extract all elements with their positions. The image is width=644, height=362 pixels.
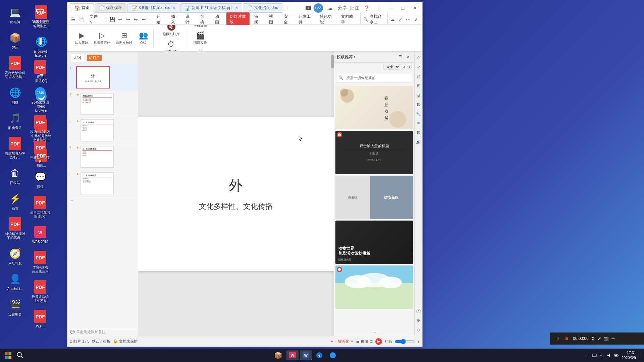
template-item-5[interactable] <box>335 265 413 309</box>
ribbon-btn-current[interactable]: ▷ 从当前开始 <box>92 30 112 47</box>
ribbon-btn-screen[interactable]: 📺 屏幕录制 <box>192 47 209 52</box>
taskbar-app-haoya[interactable]: 📦 <box>271 350 285 361</box>
desktop-icon-topic[interactable]: PDF 议题式教学生生不息 <box>29 278 52 305</box>
ri-sound-icon[interactable]: 🔊 <box>415 139 422 145</box>
close-button[interactable]: ✕ <box>410 3 420 13</box>
share-button[interactable]: 分享 <box>338 3 347 13</box>
template-item-4[interactable]: 动物世界普及活动策划模板 副标题内容 <box>335 221 413 264</box>
collapse-icon[interactable]: ∧ <box>413 15 420 23</box>
desktop-icon-recycle[interactable]: 🗑 回收站 <box>3 164 27 187</box>
menu-slideshow[interactable]: 幻灯片放映 <box>226 12 250 26</box>
desktop-icon-activity[interactable]: PDF 构建活动型学科 <box>29 139 52 166</box>
outline-tab-slides[interactable]: 幻灯片 <box>87 55 102 61</box>
rec-camera-icon[interactable]: 📷 <box>604 336 609 341</box>
tab-add-button[interactable]: + <box>283 4 291 12</box>
menu-view[interactable]: 视图 <box>266 12 279 26</box>
menu-devtools[interactable]: 开发工具 <box>295 12 315 26</box>
slide-thumbnail-1[interactable]: 1 外 文化多样性、文化传播 <box>67 64 138 91</box>
help-button[interactable]: ❓ <box>362 3 371 13</box>
taskbar-app-word[interactable]: W <box>300 350 312 360</box>
user-avatar[interactable]: Leo <box>314 3 323 13</box>
cloud-icon[interactable]: ☁ <box>389 15 396 23</box>
menu-start[interactable]: 开始 <box>153 12 166 26</box>
ri-history-icon[interactable]: 🕐 <box>415 308 422 314</box>
slide-thumbnail-3[interactable]: 3 ★ 一、文化多样性 • 要点一• 要点二• 要点三• 要点四 <box>67 117 138 144</box>
template-search-input[interactable] <box>343 74 410 81</box>
desktop-icon-wp[interactable]: PDF W.P... <box>29 308 52 330</box>
ri-tool-icon[interactable]: 🔧 <box>415 111 422 117</box>
ri-list-icon[interactable]: ≡ <box>415 120 422 127</box>
notes-area[interactable]: 💬 单击此处添加备注 <box>67 328 138 336</box>
desktop-icon-xlplay[interactable]: 🎬 迅雷影音 <box>3 296 27 318</box>
desktop-icon-exam2[interactable]: PDF 高考二轮复习四维.pdf <box>29 194 52 221</box>
size-select[interactable]: 大小 <box>383 64 400 70</box>
menu-design[interactable]: 设计 <box>182 12 196 26</box>
ribbon-btn-record[interactable]: 🎬 演讲实录 <box>192 30 209 47</box>
menu-insert[interactable]: 插入 <box>168 12 181 26</box>
undo-icon[interactable]: ↩ <box>117 15 123 23</box>
tab-template[interactable]: 📄 模板模板 <box>95 3 126 13</box>
desktop-icon-nav[interactable]: 🧭 网址导航 <box>3 245 27 267</box>
rec-fullscreen-icon[interactable]: ⤢ <box>598 336 601 341</box>
desktop-icon-2345safe[interactable]: 🛡 2345安全卫士 <box>29 3 52 30</box>
ri-chart-icon[interactable]: 📊 <box>415 92 422 99</box>
sync-button[interactable]: ☁ <box>326 3 335 13</box>
desktop-icon-wechat[interactable]: 💬 微信 <box>29 168 52 191</box>
ellipsis-icon[interactable]: ⋯ <box>405 15 412 23</box>
taskbar-show-desktop[interactable] <box>639 350 641 361</box>
view-present-icon[interactable]: ⊡ <box>370 339 373 344</box>
tab-outline[interactable]: 📄 文化提纲.doc <box>243 3 282 13</box>
rp-list-icon[interactable]: ☰ <box>397 54 404 60</box>
beautify-btn[interactable]: ✦ 一键美化 ∨ <box>330 339 353 344</box>
taskbar-start-button[interactable] <box>3 350 13 361</box>
ri-star-icon[interactable]: ☆ <box>415 54 422 61</box>
desktop-icon-2345speed[interactable]: 2345 2345加速浏览器 <box>29 84 52 111</box>
menu-file[interactable]: 文件 ∨ <box>86 12 103 26</box>
slide-thumbnail-2[interactable]: 2 ★ 把握试题要求 • 提升复习要素• 试题考查内容• 复习策略方法 <box>67 91 138 117</box>
menu-feature[interactable]: 特色功能 <box>316 12 336 26</box>
ribbon-btn-remote[interactable]: 📱 手机遥控 <box>192 25 209 29</box>
save-icon[interactable]: 💾 <box>109 15 115 23</box>
add-slide-button[interactable]: ＋ <box>67 197 138 204</box>
view-grid-icon[interactable]: ⊞ <box>361 339 364 344</box>
taskbar-app-2345[interactable] <box>327 351 339 360</box>
maximize-button[interactable]: □ <box>398 3 408 13</box>
template-item-1[interactable]: ! 春 意 盎 然 <box>335 86 413 129</box>
zoom-slider[interactable] <box>395 339 415 344</box>
rec-settings-icon[interactable]: ⚙ <box>591 336 595 341</box>
answer-tab-close[interactable]: ✕ <box>172 6 175 10</box>
taskbar-app-wps[interactable]: W <box>286 350 299 360</box>
menu-docassist[interactable]: 文档助手 <box>338 12 358 26</box>
desktop-icon-haoya[interactable]: 📦 好压 <box>3 29 27 52</box>
view-list-icon[interactable]: ☰ <box>356 339 360 344</box>
ribbon-btn-meeting[interactable]: 👥 会议 <box>136 30 151 47</box>
more-templates-button[interactable]: ⋯ <box>334 328 414 336</box>
menu-toggle-icon[interactable]: ☰ <box>70 15 77 23</box>
rec-stop-btn[interactable]: ⏹ <box>564 335 570 342</box>
play-button-status[interactable]: ▶ <box>375 338 382 345</box>
menu-search[interactable]: 🔍 查找命令... <box>360 13 387 26</box>
expand-icon[interactable]: ⤢ <box>397 15 404 23</box>
more-button[interactable]: ⋯ <box>374 3 383 13</box>
menu-switch[interactable]: 切换 <box>197 12 210 26</box>
ribbon-btn-custom[interactable]: ⊞ 自定义放映 <box>114 30 135 47</box>
menu-review[interactable]: 审阅 <box>251 12 264 26</box>
desktop-icon-app[interactable]: PDF 思政教育APP2019... <box>3 135 27 162</box>
ri-grid-icon[interactable]: ⊞ <box>415 82 422 89</box>
desktop-icon-admin[interactable]: 👤 Administ... <box>3 270 27 293</box>
tab-home[interactable]: 🏠 首页 <box>70 3 94 13</box>
menu-animate[interactable]: 动画 <box>212 12 225 26</box>
zoom-in-icon[interactable]: + <box>418 340 420 344</box>
desktop-icon-music[interactable]: 🎵 酷狗音乐 <box>3 109 27 132</box>
desktop-icon-politics-doc[interactable]: PDF 高考政治学科语言表达能... <box>3 54 27 81</box>
desktop-icon-thunder[interactable]: ⚡ 迅雷 <box>3 190 27 213</box>
ppt-tab-close[interactable]: ✕ <box>235 6 238 10</box>
ri-location-icon[interactable]: ◎ <box>415 73 422 80</box>
slide-thumbnail-4[interactable]: 4 ★ 二、文化传导多元 • 内容一• 内容二• 内容三 <box>67 144 138 170</box>
taskbar-clock[interactable]: 17:31 2020/3/9 <box>622 350 636 361</box>
ri-diamond-icon[interactable]: ◇ <box>415 326 422 333</box>
desktop-icon-politics2[interactable]: PDF 政治一轮复习 <box>29 113 52 136</box>
taskbar-search-button[interactable] <box>15 350 25 361</box>
desktop-icon-science[interactable]: PDF 科学精神视域下的高考... <box>3 215 27 242</box>
ri-img2-icon[interactable]: 🖼 <box>415 129 422 136</box>
